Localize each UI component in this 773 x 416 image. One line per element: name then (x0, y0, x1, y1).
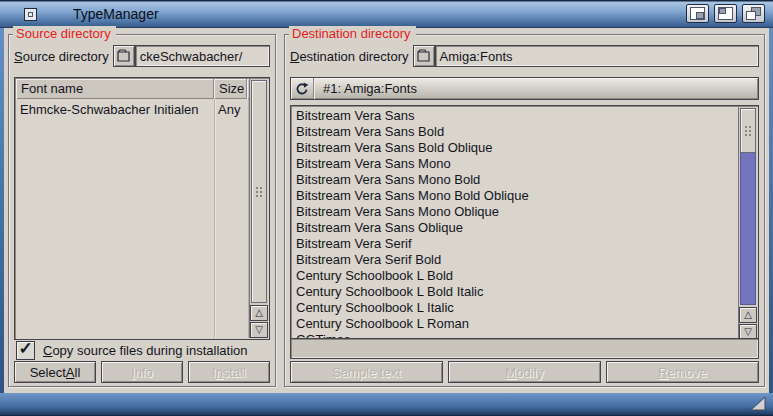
assign-cycle-gadget[interactable]: #1: Amiga:Fonts (290, 77, 759, 100)
font-list-item[interactable]: Bitstream Vera Sans (296, 108, 738, 124)
source-buttons: Select All Info Install (14, 361, 270, 383)
destination-dir-row: Destination directory Amiga:Fonts (290, 45, 759, 67)
font-list-item[interactable]: Bitstream Vera Sans Bold Oblique (296, 140, 738, 156)
close-icon-inner (28, 12, 33, 17)
close-icon[interactable] (24, 8, 37, 21)
iconify-inner (696, 12, 704, 19)
destination-dir-label: Destination directory (290, 49, 409, 64)
column-header-font-name[interactable]: Font name (16, 79, 214, 99)
depth-front (746, 11, 756, 20)
down-arrow-glyph: ▽ (744, 327, 752, 337)
table-cell: Ehmcke-Schwabacher Initialen (16, 102, 214, 117)
destination-folder-icon[interactable] (413, 45, 435, 67)
select-all-button[interactable]: Select All (14, 361, 96, 383)
font-list-item[interactable]: Bitstream Vera Sans Mono Bold Oblique (296, 188, 738, 204)
destination-scrollbar-thumb[interactable] (740, 108, 756, 153)
remove-button: Remove (606, 361, 759, 383)
source-directory-group: Source directory Source directory ckeSch… (8, 34, 276, 387)
destination-font-list-frame: Bitstream Vera SansBitstream Vera Sans B… (290, 105, 759, 342)
copy-files-checkbox[interactable]: ✓ (16, 341, 35, 360)
source-font-table: Font name Size F Ehmcke-Schwabacher Init… (14, 77, 270, 340)
down-arrow-glyph: ▽ (255, 325, 263, 335)
font-list-item[interactable]: Century Schoolbook L Bold Italic (296, 284, 738, 300)
scrollbar-grip (256, 187, 262, 197)
source-dir-input[interactable]: ckeSchwabacher/ (135, 45, 270, 67)
destination-directory-group: Destination directory Destination direct… (284, 34, 765, 387)
copy-files-label: Copy source files during installation (43, 343, 248, 358)
font-list-item[interactable]: Century Schoolbook L Roman (296, 316, 738, 332)
font-list-item[interactable]: Bitstream Vera Sans Oblique (296, 220, 738, 236)
scroll-up-icon[interactable]: △ (739, 307, 757, 323)
font-list-item[interactable]: Bitstream Vera Sans Bold (296, 124, 738, 140)
source-dir-label: Source directory (14, 49, 109, 64)
install-button: Install (188, 361, 270, 383)
sample-text-button: Sample text (290, 361, 443, 383)
font-list-item[interactable]: Bitstream Vera Sans Mono (296, 156, 738, 172)
iconify-icon[interactable] (686, 4, 709, 23)
cycle-arrow-icon (291, 78, 314, 99)
up-arrow-glyph: △ (744, 310, 752, 320)
copy-checkbox-mark: ✓ (18, 340, 32, 357)
font-table-body: Ehmcke-Schwabacher InitialenAnyE (16, 99, 249, 338)
copy-files-row: ✓ Copy source files during installation (16, 340, 270, 360)
folder-icon (116, 49, 131, 63)
column-divider (214, 99, 215, 338)
zoom-icon[interactable] (714, 4, 737, 23)
window-title: TypeManager (73, 6, 159, 22)
source-scrollbar-thumb[interactable] (251, 80, 267, 303)
modify-button: Modify (448, 361, 601, 383)
up-arrow-glyph: △ (255, 308, 263, 318)
table-cell: Any (214, 102, 247, 117)
font-list-item[interactable]: Bitstream Vera Serif (296, 236, 738, 252)
font-list-item[interactable]: Century Schoolbook L Bold (296, 268, 738, 284)
resize-icon[interactable] (749, 396, 767, 412)
destination-buttons: Sample text Modify Remove (290, 361, 759, 383)
zoom-inner (719, 8, 726, 14)
folder-icon (416, 49, 431, 63)
font-list: Bitstream Vera SansBitstream Vera Sans B… (292, 107, 738, 340)
font-list-item[interactable]: Bitstream Vera Sans Mono Bold (296, 172, 738, 188)
column-header-size[interactable]: Size (214, 79, 247, 99)
font-list-item[interactable]: Bitstream Vera Serif Bold (296, 252, 738, 268)
destination-list-scrollbar[interactable]: △ ▽ (738, 107, 757, 340)
destination-dir-input[interactable]: Amiga:Fonts (435, 45, 759, 67)
font-list-item[interactable]: Century Schoolbook L Italic (296, 300, 738, 316)
window-bottom-border (0, 393, 773, 416)
table-header: Font name Size F (16, 79, 249, 99)
destination-scrollbar-arrows: △ ▽ (739, 307, 757, 340)
window-content: Source directory Source directory ckeSch… (4, 28, 769, 393)
scroll-down-icon[interactable]: ▽ (250, 322, 268, 338)
source-group-label: Source directory (13, 26, 116, 42)
selected-font-field[interactable] (290, 338, 759, 359)
source-scrollbar-arrows: △ ▽ (250, 305, 268, 338)
font-list-item[interactable]: Bitstream Vera Sans Mono Oblique (296, 204, 738, 220)
titlebar-gadgets (686, 4, 765, 23)
typemanager-window: TypeManager Source directory Source dire… (0, 0, 773, 416)
source-list-scrollbar[interactable]: △ ▽ (249, 79, 268, 338)
depth-icon[interactable] (742, 4, 765, 23)
titlebar[interactable]: TypeManager (0, 0, 773, 28)
destination-group-label: Destination directory (289, 26, 416, 42)
assign-cycle-value: #1: Amiga:Fonts (314, 81, 417, 96)
scroll-up-icon[interactable]: △ (250, 305, 268, 321)
source-folder-icon[interactable] (113, 45, 135, 67)
info-button: Info (101, 361, 183, 383)
scrollbar-grip (745, 126, 751, 136)
source-dir-row: Source directory ckeSchwabacher/ (14, 45, 270, 67)
